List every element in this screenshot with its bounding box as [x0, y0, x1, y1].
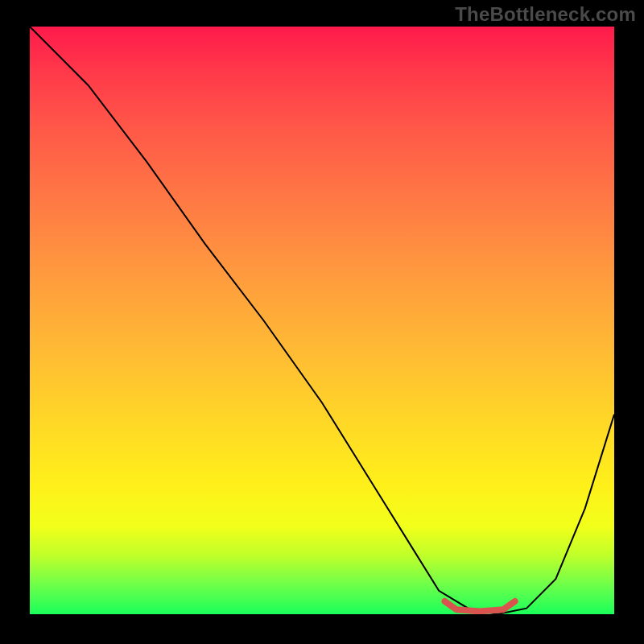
chart-frame: TheBottleneck.com: [0, 0, 644, 644]
watermark-label: TheBottleneck.com: [455, 3, 636, 26]
optimal-range-marker-path: [445, 601, 515, 612]
bottleneck-curve-path: [30, 27, 614, 614]
chart-overlay: [30, 27, 614, 614]
